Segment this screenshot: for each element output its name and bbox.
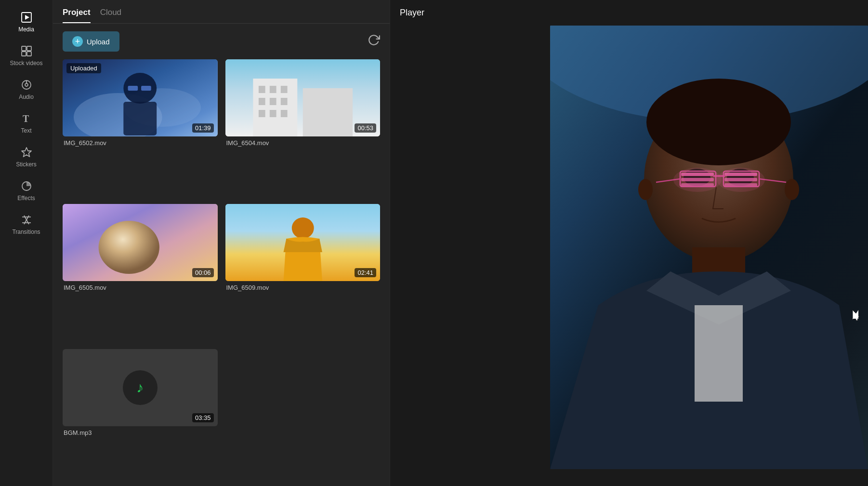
- duration-img6505: 00:06: [192, 268, 214, 277]
- svg-point-58: [785, 179, 799, 200]
- name-img6505: IMG_6505.mov: [63, 284, 218, 291]
- thumbnail-img6509: 02:41: [225, 204, 381, 281]
- svg-rect-28: [280, 86, 287, 93]
- media-item-img6505[interactable]: 00:06 IMG_6505.mov: [63, 204, 218, 341]
- svg-point-38: [291, 217, 314, 239]
- content-panel: Project Cloud + Upload: [53, 0, 390, 486]
- svg-rect-20: [123, 102, 157, 135]
- text-icon: T: [20, 112, 33, 125]
- transitions-icon: [20, 213, 33, 227]
- tabs-bar: Project Cloud: [53, 0, 390, 24]
- svg-point-60: [673, 168, 722, 192]
- sidebar-item-effects[interactable]: Effects: [0, 174, 53, 207]
- media-item-img6509[interactable]: 02:41 IMG_6509.mov: [225, 204, 381, 341]
- sidebar-item-stock-videos-label: Stock videos: [10, 60, 42, 67]
- svg-marker-10: [22, 148, 31, 157]
- sidebar-item-stickers[interactable]: Stickers: [0, 140, 53, 174]
- thumbnail-img6505: 00:06: [63, 204, 218, 281]
- sidebar-item-audio-label: Audio: [19, 94, 34, 100]
- svg-rect-3: [27, 46, 31, 51]
- grid-square-icon: [20, 44, 33, 58]
- sidebar-item-text-label: Text: [21, 127, 31, 134]
- upload-button[interactable]: + Upload: [63, 31, 119, 52]
- media-grid: Uploaded 01:39 IMG_6502.mov: [53, 59, 390, 486]
- preview-man: [550, 26, 868, 469]
- plus-icon: +: [72, 36, 83, 47]
- sidebar: Media Stock videos Audio T: [0, 0, 53, 486]
- sidebar-item-stickers-label: Stickers: [16, 161, 37, 168]
- svg-rect-21: [128, 86, 138, 91]
- tab-project[interactable]: Project: [63, 8, 91, 23]
- svg-point-36: [99, 221, 159, 274]
- svg-rect-4: [22, 52, 26, 56]
- upload-label: Upload: [87, 38, 110, 46]
- svg-marker-1: [25, 15, 29, 20]
- player-header: Player: [390, 0, 868, 26]
- uploaded-badge: Uploaded: [66, 63, 101, 73]
- effects-icon: [20, 179, 33, 193]
- svg-point-61: [717, 168, 765, 192]
- svg-rect-27: [269, 86, 276, 93]
- sidebar-item-audio[interactable]: Audio: [0, 72, 53, 106]
- sidebar-item-media[interactable]: Media: [0, 5, 53, 39]
- sidebar-item-media-label: Media: [18, 26, 34, 33]
- player-area: [390, 26, 868, 486]
- toolbar: + Upload: [53, 24, 390, 59]
- thumbnail-bgm: ♪ 03:35: [63, 349, 218, 426]
- media-item-bgm[interactable]: ♪ 03:35 BGM.mp3: [63, 349, 218, 486]
- svg-rect-34: [280, 110, 287, 117]
- name-img6509: IMG_6509.mov: [225, 284, 381, 291]
- duration-img6509: 02:41: [355, 268, 376, 277]
- svg-rect-29: [258, 98, 265, 105]
- media-item-img6504[interactable]: 00:53 IMG_6504.mov: [225, 59, 381, 196]
- sidebar-item-stock-videos[interactable]: Stock videos: [0, 39, 53, 72]
- svg-rect-26: [258, 86, 265, 93]
- svg-rect-2: [22, 46, 26, 51]
- svg-rect-5: [27, 52, 31, 56]
- name-img6504: IMG_6504.mov: [225, 139, 381, 147]
- svg-rect-31: [280, 98, 287, 105]
- svg-rect-43: [695, 305, 743, 402]
- duration-img6502: 01:39: [192, 123, 214, 133]
- svg-rect-22: [141, 86, 151, 91]
- sidebar-item-transitions-label: Transitions: [12, 229, 40, 235]
- sidebar-item-effects-label: Effects: [17, 195, 35, 202]
- player-panel: Player: [390, 0, 868, 486]
- name-img6502: IMG_6502.mov: [63, 139, 218, 147]
- svg-rect-30: [269, 98, 276, 105]
- svg-point-59: [646, 79, 791, 165]
- duration-bgm: 03:35: [192, 413, 214, 422]
- svg-text:T: T: [23, 113, 29, 124]
- thumbnail-img6504: 00:53: [225, 59, 381, 136]
- music-note-icon: ♪: [136, 379, 144, 396]
- audio-icon: [20, 78, 33, 92]
- player-title: Player: [400, 8, 424, 17]
- svg-rect-33: [269, 110, 276, 117]
- refresh-button[interactable]: [368, 34, 380, 49]
- svg-point-7: [25, 83, 28, 86]
- sidebar-item-text[interactable]: T Text: [0, 106, 53, 140]
- music-disc: ♪: [123, 370, 158, 405]
- player-video-preview: [550, 26, 868, 469]
- svg-rect-25: [302, 88, 352, 136]
- star-icon: [20, 146, 33, 159]
- media-item-img6502[interactable]: Uploaded 01:39 IMG_6502.mov: [63, 59, 218, 196]
- name-bgm: BGM.mp3: [63, 429, 218, 436]
- tab-cloud[interactable]: Cloud: [100, 8, 121, 23]
- svg-rect-32: [258, 110, 265, 117]
- svg-point-57: [638, 179, 653, 200]
- sidebar-item-transitions[interactable]: Transitions: [0, 207, 53, 241]
- play-square-icon: [20, 11, 33, 24]
- thumbnail-img6502: Uploaded 01:39: [63, 59, 218, 136]
- duration-img6504: 00:53: [355, 123, 376, 133]
